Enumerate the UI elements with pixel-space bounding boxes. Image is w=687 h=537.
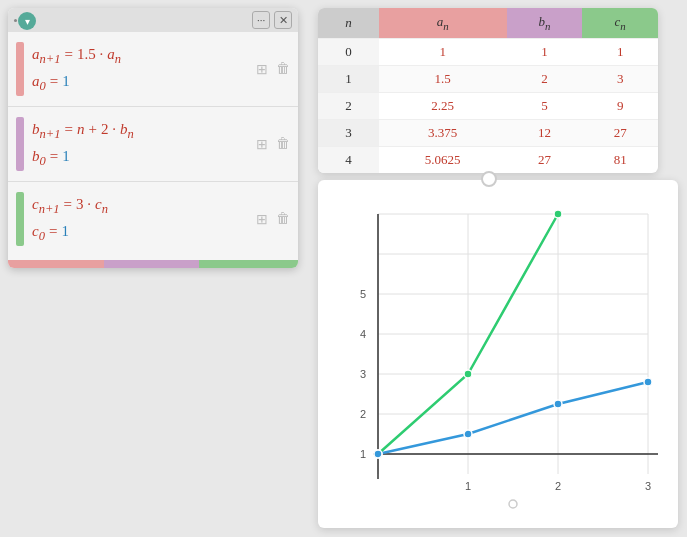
connector-circle: [481, 171, 497, 187]
table-cell-2-2: 5: [507, 92, 583, 119]
seq-b-coef: 2 ·: [101, 117, 116, 141]
table-cell-3-2: 12: [507, 119, 583, 146]
x-tick-3: 3: [645, 480, 651, 492]
seq-c-initial: c0 = 1: [32, 219, 256, 246]
graph-svg: 1 2 3 4 5 1 2 3: [328, 194, 668, 514]
bottom-marker: [509, 500, 517, 508]
seq-b-init-val: 1: [62, 144, 70, 168]
seq-a-var2: an: [107, 42, 121, 69]
th-b: bn: [507, 8, 583, 38]
eq3: =: [50, 144, 58, 168]
seq-c-init-var: c0: [32, 219, 45, 246]
seq-a-initial: a0 = 1: [32, 69, 256, 96]
eq-sign: =: [64, 42, 72, 66]
x-tick-1: 1: [465, 480, 471, 492]
y-tick-4: 4: [360, 328, 366, 340]
bottom-accent-bar: [8, 260, 298, 268]
x-tick-2: 2: [555, 480, 561, 492]
seq-b-initial: b0 = 1: [32, 144, 256, 171]
more-button[interactable]: ···: [252, 11, 270, 29]
collapse-button[interactable]: [18, 12, 36, 30]
sequences-table: n an bn cn 011111.52322.255933.375122745…: [318, 8, 658, 173]
table-cell-2-0: 2: [318, 92, 379, 119]
graph-panel: 1 2 3 4 5 1 2 3: [318, 180, 678, 528]
plus: +: [88, 117, 96, 141]
seq-b-init-var: b0: [32, 144, 46, 171]
panel-buttons: ··· ✕: [252, 11, 292, 29]
table-cell-2-1: 2.25: [379, 92, 507, 119]
eq4: =: [49, 219, 57, 243]
seq-a-actions: ⊞ 🗑: [256, 61, 290, 78]
sequence-b-row: bn+1 = n + 2 · bn b0 = 1 ⊞ 🗑: [8, 107, 298, 182]
table-row: 33.3751227: [318, 119, 658, 146]
table-cell-0-0: 0: [318, 38, 379, 65]
table-cell-3-0: 3: [318, 119, 379, 146]
seq-b-color-bar: [16, 117, 24, 171]
table-row: 45.06252781: [318, 146, 658, 173]
table-cell-0-2: 1: [507, 38, 583, 65]
seq-b-content: bn+1 = n + 2 · bn b0 = 1: [32, 117, 256, 171]
blue-dot-1: [464, 430, 472, 438]
seq-a-coef: 1.5 ·: [77, 42, 103, 66]
seq-b-var: bn+1: [32, 117, 60, 144]
seq-c-content: cn+1 = 3 · cn c0 = 1: [32, 192, 256, 246]
sequence-a-row: an+1 = 1.5 · an a0 = 1 ⊞ 🗑: [8, 32, 298, 107]
close-button[interactable]: ✕: [274, 11, 292, 29]
sequence-c-row: cn+1 = 3 · cn c0 = 1 ⊞ 🗑: [8, 182, 298, 256]
table-cell-1-0: 1: [318, 65, 379, 92]
panel-titlebar: ··· ✕: [8, 8, 298, 32]
seq-b-recurrence: bn+1 = n + 2 · bn: [32, 117, 256, 144]
table-cell-1-2: 2: [507, 65, 583, 92]
seq-c-delete-icon[interactable]: 🗑: [276, 211, 290, 227]
table-panel: n an bn cn 011111.52322.255933.375122745…: [318, 8, 658, 173]
table-row: 11.523: [318, 65, 658, 92]
blue-dot-2: [554, 400, 562, 408]
table-cell-2-3: 9: [582, 92, 658, 119]
eq2: =: [50, 69, 58, 93]
table-row: 22.2559: [318, 92, 658, 119]
th-n: n: [318, 8, 379, 38]
seq-a-color-bar: [16, 42, 24, 96]
seq-b-delete-icon[interactable]: 🗑: [276, 136, 290, 152]
table-cell-1-1: 1.5: [379, 65, 507, 92]
green-dot-1: [464, 370, 472, 378]
seq-a-content: an+1 = 1.5 · an a0 = 1: [32, 42, 256, 96]
sequences-panel: ··· ✕ an+1 = 1.5 · an a0 = 1 ⊞ 🗑: [8, 8, 298, 268]
eq-c: =: [64, 192, 72, 216]
seq-a-recurrence: an+1 = 1.5 · an: [32, 42, 256, 69]
seq-a-init-var: a0: [32, 69, 46, 96]
seq-c-actions: ⊞ 🗑: [256, 211, 290, 228]
seq-a-table-icon[interactable]: ⊞: [256, 61, 268, 78]
seq-b-var2: bn: [120, 117, 134, 144]
seq-b-table-icon[interactable]: ⊞: [256, 136, 268, 153]
th-a: an: [379, 8, 507, 38]
blue-dot-3: [644, 378, 652, 386]
blue-dot-0: [374, 450, 382, 458]
table-cell-4-1: 5.0625: [379, 146, 507, 173]
table-row: 0111: [318, 38, 658, 65]
seq-a-var: an+1: [32, 42, 60, 69]
seq-c-recurrence: cn+1 = 3 · cn: [32, 192, 256, 219]
table-cell-3-1: 3.375: [379, 119, 507, 146]
y-tick-1: 1: [360, 448, 366, 460]
table-cell-0-3: 1: [582, 38, 658, 65]
eq-b: =: [64, 117, 72, 141]
dot1: [14, 19, 17, 22]
seq-b-term1: n: [77, 117, 85, 141]
y-tick-3: 3: [360, 368, 366, 380]
table-cell-1-3: 3: [582, 65, 658, 92]
seq-a-init-val: 1: [62, 69, 70, 93]
seq-c-color-bar: [16, 192, 24, 246]
table-cell-4-2: 27: [507, 146, 583, 173]
y-tick-2: 2: [360, 408, 366, 420]
green-dot-2: [554, 210, 562, 218]
th-c: cn: [582, 8, 658, 38]
table-cell-3-3: 27: [582, 119, 658, 146]
table-cell-4-3: 81: [582, 146, 658, 173]
seq-c-table-icon[interactable]: ⊞: [256, 211, 268, 228]
graph-container: 1 2 3 4 5 1 2 3: [328, 194, 668, 514]
y-tick-5: 5: [360, 288, 366, 300]
table-cell-0-1: 1: [379, 38, 507, 65]
seq-a-delete-icon[interactable]: 🗑: [276, 61, 290, 77]
seq-c-coef: 3 ·: [76, 192, 91, 216]
